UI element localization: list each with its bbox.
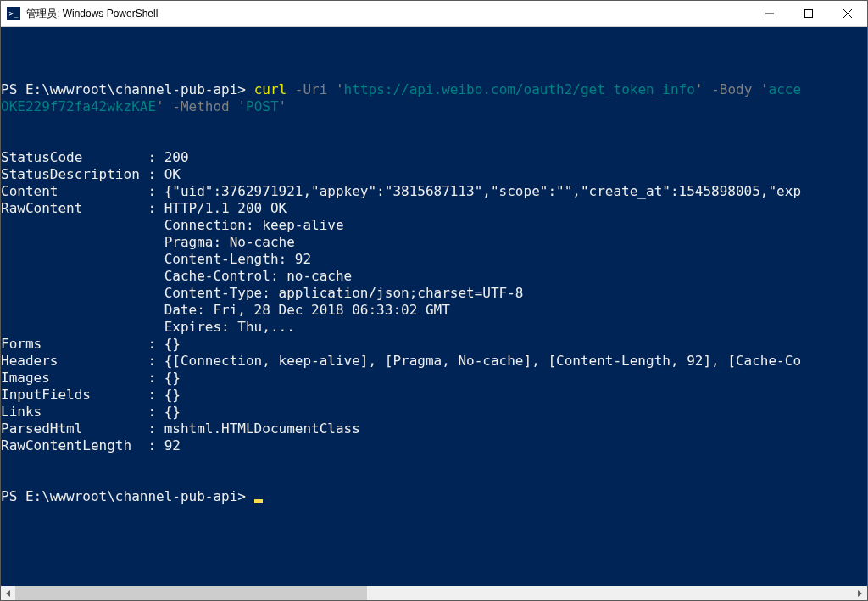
close-button[interactable] bbox=[828, 1, 867, 26]
powershell-window: >_ 管理员: Windows PowerShell PS E:\wwwroot… bbox=[0, 0, 868, 601]
prompt: PS E:\wwwroot\channel-pub-api> bbox=[1, 488, 254, 504]
out-headers-value: {[Connection, keep-alive], [Pragma, No-c… bbox=[164, 353, 801, 369]
out-parsedhtml-value: mshtml.HTMLDocumentClass bbox=[164, 420, 360, 437]
window-buttons bbox=[750, 1, 867, 26]
console-area[interactable]: PS E:\wwwroot\channel-pub-api> curl -Uri… bbox=[1, 27, 867, 600]
quote: ' bbox=[336, 81, 344, 97]
out-rawcontent-l5: Content-Type: application/json;charset=U… bbox=[164, 285, 524, 301]
chevron-left-icon bbox=[6, 590, 10, 597]
out-rawlen-value: 92 bbox=[164, 437, 181, 454]
minimize-button[interactable] bbox=[750, 1, 789, 26]
quote: ' bbox=[237, 98, 246, 114]
out-statusdesc-label: StatusDescription : bbox=[1, 166, 164, 182]
maximize-button[interactable] bbox=[789, 1, 828, 26]
out-parsedhtml-label: ParsedHtml : bbox=[1, 420, 164, 437]
out-statuscode-value: 200 bbox=[164, 149, 189, 165]
out-rawcontent-l1: Connection: keep-alive bbox=[164, 217, 344, 233]
body-arg-start: acce bbox=[769, 81, 802, 97]
flag-uri: -Uri bbox=[295, 81, 328, 97]
body-arg-cont: OKE229f72fa42wkzKAE bbox=[1, 98, 156, 114]
powershell-icon: >_ bbox=[7, 7, 20, 20]
out-statusdesc-value: OK bbox=[164, 166, 181, 182]
out-rawcontent-label: RawContent : bbox=[1, 200, 164, 216]
out-images-value: {} bbox=[164, 370, 181, 386]
scroll-right-button[interactable] bbox=[853, 586, 867, 600]
scroll-left-button[interactable] bbox=[1, 586, 15, 600]
close-icon bbox=[843, 9, 852, 18]
out-rawcontent-l2: Pragma: No-cache bbox=[164, 234, 295, 250]
out-statuscode-label: StatusCode : bbox=[1, 149, 164, 165]
svg-rect-1 bbox=[805, 10, 813, 18]
flag-body: -Body bbox=[711, 81, 752, 97]
url-arg: https://api.weibo.com/oauth2/get_token_i… bbox=[344, 81, 695, 97]
cmd-curl: curl bbox=[254, 81, 287, 97]
out-rawcontent-l4: Cache-Control: no-cache bbox=[164, 268, 353, 284]
out-rawcontent-l3: Content-Length: 92 bbox=[164, 251, 311, 267]
cursor bbox=[254, 499, 263, 503]
out-rawcontent-l7: Expires: Thu,... bbox=[164, 319, 295, 335]
out-images-label: Images : bbox=[1, 370, 164, 386]
maximize-icon bbox=[804, 9, 813, 18]
out-headers-label: Headers : bbox=[1, 353, 164, 369]
app-icon-slot: >_ bbox=[1, 7, 26, 20]
out-rawlen-label: RawContentLength : bbox=[1, 437, 164, 454]
flag-method: -Method bbox=[172, 98, 229, 114]
window-title: 管理员: Windows PowerShell bbox=[26, 7, 750, 21]
out-content-label: Content : bbox=[1, 183, 164, 199]
out-forms-value: {} bbox=[164, 336, 181, 352]
method-arg: POST bbox=[246, 98, 279, 114]
quote: ' bbox=[760, 81, 769, 97]
horizontal-scrollbar[interactable] bbox=[1, 586, 867, 600]
minimize-icon bbox=[765, 9, 774, 18]
prompt: PS E:\wwwroot\channel-pub-api> bbox=[1, 81, 254, 97]
out-rawcontent-l0: HTTP/1.1 200 OK bbox=[164, 200, 287, 216]
out-links-value: {} bbox=[164, 403, 181, 420]
quote: ' bbox=[279, 98, 287, 114]
out-forms-label: Forms : bbox=[1, 336, 164, 352]
out-inputfields-value: {} bbox=[164, 387, 181, 403]
out-rawcontent-l6: Date: Fri, 28 Dec 2018 06:33:02 GMT bbox=[164, 302, 450, 318]
quote: ' bbox=[156, 98, 164, 114]
titlebar[interactable]: >_ 管理员: Windows PowerShell bbox=[1, 1, 867, 27]
console-output[interactable]: PS E:\wwwroot\channel-pub-api> curl -Uri… bbox=[1, 27, 867, 586]
scrollbar-track[interactable] bbox=[15, 586, 853, 600]
out-content-value: {"uid":3762971921,"appkey":"3815687113",… bbox=[164, 183, 801, 199]
out-links-label: Links : bbox=[1, 403, 164, 420]
scrollbar-thumb[interactable] bbox=[15, 586, 367, 600]
chevron-right-icon bbox=[858, 590, 862, 597]
out-inputfields-label: InputFields : bbox=[1, 387, 164, 403]
